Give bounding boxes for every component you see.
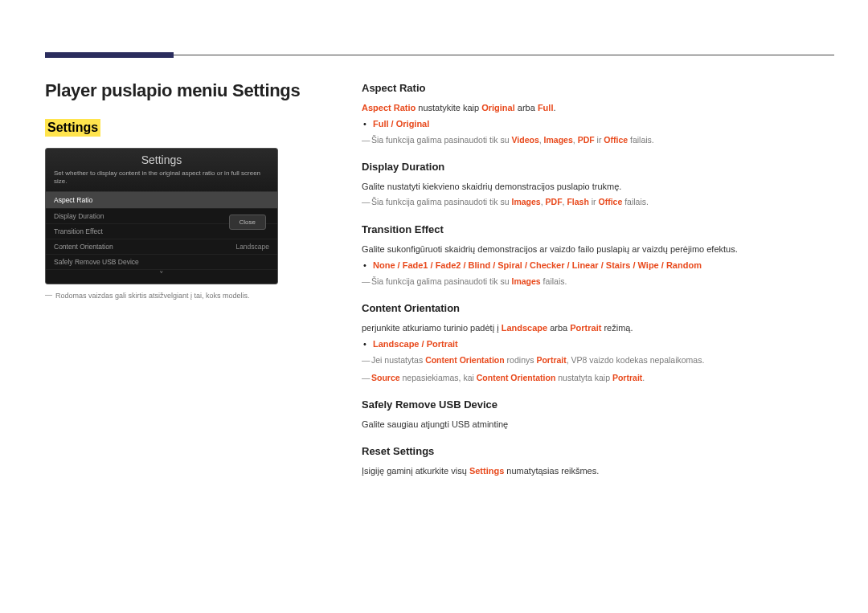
sep: / <box>564 260 571 270</box>
text: arba <box>515 103 538 112</box>
sep: / <box>395 260 403 270</box>
orientation-bullet: Landscape / Portrait <box>373 337 833 351</box>
note-text: Šia funkcija galima pasinaudoti tik su <box>371 135 512 145</box>
opt: None <box>373 260 395 270</box>
text: perjunkite atkuriamo turinio padėtį į <box>362 323 502 333</box>
text: Įsigiję gaminį atkurkite visų <box>362 466 469 476</box>
section-title: Reset Settings <box>362 443 833 460</box>
opt-original: Original <box>396 119 430 129</box>
safely-remove-line: Galite saugiau atjungti USB atmintinę <box>362 418 833 431</box>
kw-pdf: PDF <box>578 135 595 145</box>
text: nustatykite kaip <box>416 103 481 112</box>
page-title: Player puslapio meniu Settings <box>45 80 300 101</box>
sep: / <box>461 260 468 270</box>
device-title: Settings <box>46 149 277 170</box>
transition-note: ―Šia funkcija galima pasinaudoti tik su … <box>362 276 833 288</box>
note-dash: ― <box>362 354 371 367</box>
kw-images: Images <box>544 135 573 145</box>
section-title: Aspect Ratio <box>362 80 833 96</box>
aspect-ratio-note: ―Šia funkcija galima pasinaudoti tik su … <box>362 134 833 147</box>
sep: / <box>389 119 396 129</box>
display-duration-line: Galite nustatyti kiekvieno skaidrių demo… <box>362 180 833 194</box>
text: failais. <box>622 197 649 206</box>
menu-label: Aspect Ratio <box>54 196 92 204</box>
kw-original: Original <box>481 103 515 112</box>
menu-row-content-orientation[interactable]: Content Orientation Landscape <box>46 239 277 255</box>
kw-videos: Videos <box>512 135 539 145</box>
menu-label: Safely Remove USB Device <box>54 258 139 266</box>
menu-row-safely-remove-usb[interactable]: Safely Remove USB Device <box>46 255 277 270</box>
sep: / <box>630 260 637 270</box>
kw-source: Source <box>371 373 400 382</box>
transition-options: None / Fade1 / Fade2 / Blind / Spiral / … <box>373 259 833 272</box>
text: failais. <box>628 135 654 145</box>
kw-content-orientation: Content Orientation <box>425 355 505 365</box>
kw-full: Full <box>538 103 554 112</box>
kw-office: Office <box>599 197 623 206</box>
settings-heading: Settings <box>45 119 100 137</box>
text: nustatyta kaip <box>555 373 612 382</box>
opt: Stairs <box>606 260 631 270</box>
note-text: Šia funkcija galima pasinaudoti tik su <box>371 276 512 286</box>
note-dash: ― <box>362 196 371 209</box>
text: . <box>553 103 555 112</box>
kw-images: Images <box>512 276 541 286</box>
section-transition-effect: Transition Effect Galite sukonfigūruoti … <box>362 222 833 288</box>
device-menu-list: Aspect Ratio Display Duration Transition… <box>46 191 277 270</box>
opt: Fade1 <box>403 260 428 270</box>
kw-portrait: Portrait <box>612 373 642 382</box>
content-column: Aspect Ratio Aspect Ratio nustatykite ka… <box>362 80 833 490</box>
kw-aspect-ratio: Aspect Ratio <box>362 103 416 112</box>
footnote-dash: ― <box>45 291 52 299</box>
section-title: Display Duration <box>362 159 833 175</box>
section-title: Content Orientation <box>362 300 833 317</box>
opt: Spiral <box>497 260 522 270</box>
chevron-down-icon[interactable]: ˅ <box>159 270 164 280</box>
opt: Blind <box>469 260 491 270</box>
sep: / <box>490 260 497 270</box>
opt: Wipe <box>638 260 659 270</box>
text: failais. <box>541 276 567 286</box>
orientation-note-2: ―Source nepasiekiamas, kai Content Orien… <box>362 372 833 385</box>
kw-portrait: Portrait <box>536 355 566 365</box>
section-title: Safely Remove USB Device <box>362 397 833 413</box>
close-button[interactable]: Close <box>229 215 266 230</box>
menu-label: Display Duration <box>54 212 104 220</box>
aspect-ratio-line: Aspect Ratio nustatykite kaip Original a… <box>362 101 833 115</box>
section-safely-remove-usb: Safely Remove USB Device Galite saugiau … <box>362 397 833 431</box>
note-dash: ― <box>362 372 371 385</box>
text: nepasiekiamas, kai <box>400 373 477 382</box>
kw-settings: Settings <box>469 466 504 476</box>
text: , VP8 vaizdo kodekas nepalaikomas. <box>567 355 705 365</box>
transition-line: Galite sukonfigūruoti skaidrių demonstra… <box>362 243 833 256</box>
text: ir <box>595 135 604 145</box>
menu-row-aspect-ratio[interactable]: Aspect Ratio <box>46 192 277 209</box>
section-display-duration: Display Duration Galite nustatyti kiekvi… <box>362 159 833 209</box>
section-title: Transition Effect <box>362 222 833 238</box>
reset-line: Įsigiję gaminį atkurkite visų Settings n… <box>362 464 833 478</box>
opt: Linear <box>572 260 599 270</box>
note-dash: ― <box>362 134 371 147</box>
note-dash: ― <box>362 276 371 288</box>
footnote-text: Rodomas vaizdas gali skirtis atsižvelgia… <box>55 292 250 300</box>
kw-pdf: PDF <box>546 197 563 206</box>
sep: / <box>599 260 606 270</box>
sep: / <box>419 339 426 349</box>
text: . <box>642 373 645 382</box>
note-text: Šia funkcija galima pasinaudoti tik su <box>371 197 512 206</box>
sep: / <box>522 260 530 270</box>
text: ir <box>589 197 599 206</box>
opt-portrait: Portrait <box>427 339 458 349</box>
text: Jei nustatytas <box>371 355 425 365</box>
text: numatytąsias reikšmes. <box>504 466 599 476</box>
opt: Random <box>666 260 702 270</box>
aspect-ratio-bullet: Full / Original <box>373 117 833 131</box>
header-accent <box>45 52 174 58</box>
device-subtitle: Set whether to display content in the or… <box>46 170 277 191</box>
device-footnote: ―Rodomas vaizdas gali skirtis atsižvelgi… <box>45 291 318 300</box>
text: arba <box>547 323 570 333</box>
section-reset-settings: Reset Settings Įsigiję gaminį atkurkite … <box>362 443 833 477</box>
sep: / <box>428 260 435 270</box>
section-aspect-ratio: Aspect Ratio Aspect Ratio nustatykite ka… <box>362 80 833 146</box>
section-content-orientation: Content Orientation perjunkite atkuriamo… <box>362 300 833 384</box>
